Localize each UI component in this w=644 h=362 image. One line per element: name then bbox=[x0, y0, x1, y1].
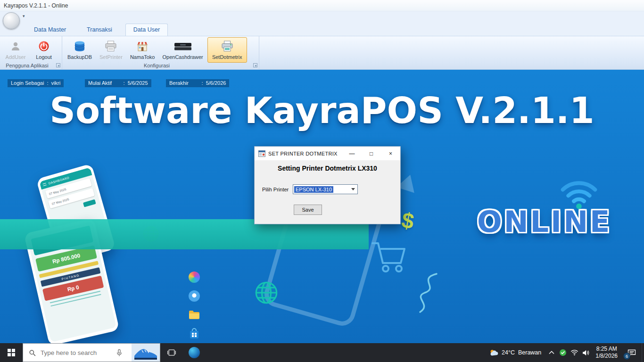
taskbar-search[interactable] bbox=[23, 343, 160, 362]
phone-dashboard-button bbox=[83, 199, 96, 207]
dialog-heading: Setting Printer Dotmetrix LX310 bbox=[255, 160, 400, 172]
setdotmetrix-button[interactable]: SetDotmetrix bbox=[207, 37, 247, 63]
status-mulai-aktif: Mulai Aktif : 5/6/2025 bbox=[85, 79, 151, 87]
adduser-button[interactable]: AddUser bbox=[2, 37, 29, 63]
weather-icon bbox=[489, 349, 498, 356]
ribbon: ▾ Data Master Transaksi Data User AddUse… bbox=[0, 11, 644, 70]
start-button[interactable] bbox=[0, 343, 23, 362]
system-tray: 24°C Berawan 8:25 AM 1/8/2026 6 bbox=[484, 343, 644, 362]
tray-wifi-icon[interactable] bbox=[569, 343, 580, 362]
chevron-down-icon[interactable] bbox=[349, 185, 357, 194]
windows-logo-icon bbox=[8, 349, 15, 356]
decor-cart-icon bbox=[369, 239, 412, 277]
notification-badge: 6 bbox=[623, 353, 630, 360]
setprinter-label: SetPrinter bbox=[99, 54, 123, 60]
decor-dollar-sign: $ bbox=[400, 207, 416, 234]
namatoko-button[interactable]: NamaToko bbox=[127, 37, 158, 63]
opencashdrawer-button[interactable]: OpenCashdrawer bbox=[159, 37, 206, 63]
setprinter-button[interactable]: SetPrinter bbox=[96, 37, 126, 63]
taskbar-apps: K W bbox=[183, 268, 206, 362]
chrome-icon bbox=[189, 290, 200, 302]
namatoko-label: NamaToko bbox=[130, 54, 155, 60]
dialog-launcher-icon[interactable] bbox=[56, 63, 60, 67]
store-icon bbox=[189, 328, 199, 339]
group-label-konfigurasi: Konfigurasi bbox=[62, 63, 251, 68]
phone-dashboard-title: DASHBOARD bbox=[48, 176, 70, 185]
decor-squiggle-arrow bbox=[408, 272, 441, 315]
setdotmetrix-label: SetDotmetrix bbox=[212, 54, 242, 60]
dialog-close-button[interactable]: × bbox=[381, 147, 400, 160]
search-icon bbox=[29, 349, 36, 356]
tab-data-master[interactable]: Data Master bbox=[26, 24, 74, 36]
taskbar-weather[interactable]: 24°C Berawan bbox=[484, 349, 546, 356]
taskbar-app-edge[interactable] bbox=[183, 343, 206, 362]
tab-data-user[interactable]: Data User bbox=[125, 24, 168, 36]
action-center-button[interactable]: 6 bbox=[622, 343, 642, 362]
dialog-maximize-button[interactable]: □ bbox=[362, 147, 381, 160]
tray-chevron-up-icon[interactable] bbox=[546, 343, 557, 362]
group-label-pengguna: Pengguna Aplikasi bbox=[0, 63, 54, 68]
opencashdrawer-label: OpenCashdrawer bbox=[162, 54, 203, 60]
dialog-title: SET PRINTER DOTMETRIX bbox=[268, 151, 342, 156]
microphone-icon[interactable] bbox=[116, 349, 123, 357]
search-input[interactable] bbox=[41, 349, 115, 356]
printer-icon bbox=[105, 40, 117, 53]
search-highlight-image[interactable] bbox=[132, 344, 160, 362]
show-desktop-button[interactable] bbox=[642, 343, 644, 362]
cashdrawer-icon bbox=[173, 40, 192, 53]
status-login: Login Sebagai : vikri bbox=[8, 79, 64, 87]
paint3d-icon bbox=[189, 272, 200, 283]
dialog-body: Setting Printer Dotmetrix LX310 Pilih Pr… bbox=[255, 160, 400, 224]
tray-volume-icon[interactable] bbox=[580, 343, 591, 362]
database-icon bbox=[74, 40, 86, 53]
window-title: Kayrapos V.2.1.1 - Online bbox=[4, 2, 68, 9]
taskbar: K W 24°C Berawan 8:25 AM 1/8/2026 bbox=[0, 343, 644, 362]
taskbar-clock[interactable]: 8:25 AM 1/8/2026 bbox=[591, 346, 622, 360]
hamburger-icon bbox=[43, 183, 47, 186]
clock-date: 1/8/2026 bbox=[595, 353, 618, 360]
file-explorer-icon bbox=[189, 310, 200, 320]
dialog-window-icon bbox=[258, 150, 265, 157]
group-konfigurasi: BackupDB SetPrinter NamaToko bbox=[62, 36, 259, 69]
quick-access-dropdown-icon[interactable]: ▾ bbox=[23, 14, 25, 18]
taskbar-app-chrome[interactable] bbox=[183, 287, 206, 305]
task-view-icon bbox=[167, 348, 176, 357]
logout-label: Logout bbox=[36, 54, 52, 60]
group-pengguna-aplikasi: AddUser Logout Pengguna Aplikasi bbox=[0, 36, 62, 69]
clock-time: 8:25 AM bbox=[595, 346, 618, 353]
decor-globe-icon bbox=[253, 279, 280, 306]
logout-icon bbox=[38, 40, 50, 53]
store-icon bbox=[136, 40, 149, 53]
set-printer-dialog: SET PRINTER DOTMETRIX — □ × Setting Prin… bbox=[254, 146, 401, 224]
task-view-button[interactable] bbox=[160, 343, 183, 362]
taskbar-app-paint3d[interactable] bbox=[183, 268, 206, 287]
weather-text: 24°C Berawan bbox=[502, 349, 541, 356]
desktop: Kayrapos V.2.1.1 - Online ▾ Data Master … bbox=[0, 0, 644, 362]
backupdb-button[interactable]: BackupDB bbox=[64, 37, 95, 63]
ribbon-body: AddUser Logout Pengguna Aplikasi BackupD… bbox=[0, 36, 644, 70]
edge-icon bbox=[189, 347, 200, 358]
status-berakhir: Berakhir : 5/6/2026 bbox=[166, 79, 229, 87]
app-menu-button[interactable] bbox=[3, 12, 20, 29]
save-button[interactable]: Save bbox=[294, 205, 322, 215]
taskbar-app-store[interactable] bbox=[183, 324, 206, 343]
wifi-online-icon bbox=[557, 174, 601, 209]
backupdb-label: BackupDB bbox=[67, 54, 92, 60]
taskbar-app-file-explorer[interactable] bbox=[183, 305, 206, 324]
logout-button[interactable]: Logout bbox=[30, 37, 58, 63]
dialog-launcher-icon[interactable] bbox=[253, 63, 257, 67]
tray-antivirus-icon[interactable] bbox=[557, 343, 569, 362]
tab-transaksi[interactable]: Transaksi bbox=[79, 24, 120, 36]
ribbon-tabs: Data Master Transaksi Data User bbox=[26, 24, 168, 36]
adduser-icon bbox=[10, 40, 21, 53]
adduser-label: AddUser bbox=[6, 54, 26, 60]
online-text: ONLINE bbox=[477, 205, 611, 239]
dotmatrix-printer-icon bbox=[221, 40, 233, 53]
printer-label: Pilih Printer bbox=[262, 187, 293, 192]
window-titlebar: Kayrapos V.2.1.1 - Online bbox=[0, 0, 644, 11]
printer-selected-value: EPSON LX-310 bbox=[294, 186, 333, 193]
printer-select[interactable]: EPSON LX-310 bbox=[293, 184, 358, 194]
dialog-titlebar[interactable]: SET PRINTER DOTMETRIX — □ × bbox=[255, 147, 400, 160]
hero-title: Software KayraPOS V.2.1.1 bbox=[0, 90, 644, 132]
dialog-minimize-button[interactable]: — bbox=[342, 147, 362, 160]
